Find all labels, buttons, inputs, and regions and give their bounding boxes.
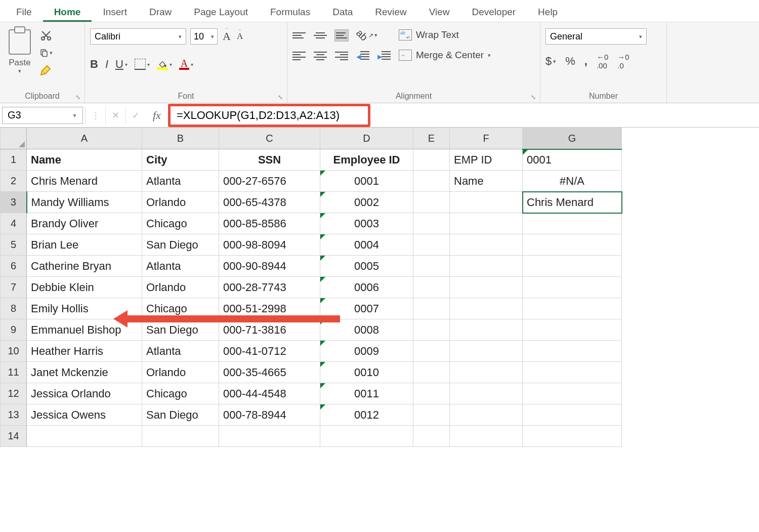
col-header-f[interactable]: F — [450, 128, 523, 149]
row-header[interactable]: 1 — [1, 149, 27, 171]
tab-view[interactable]: View — [418, 2, 461, 22]
cell[interactable]: 000-28-7743 — [219, 277, 320, 298]
cell[interactable]: #N/A — [523, 171, 622, 192]
cell[interactable] — [142, 426, 219, 447]
tab-review[interactable]: Review — [364, 2, 417, 22]
cell[interactable] — [450, 277, 523, 298]
increase-indent-button[interactable]: ▶ — [377, 50, 391, 61]
cell[interactable]: 000-35-4665 — [219, 362, 320, 383]
cell[interactable]: 0006 — [320, 277, 413, 298]
cell[interactable]: 0002 — [320, 192, 413, 213]
tab-developer[interactable]: Developer — [460, 2, 527, 22]
increase-decimal-button[interactable]: ←0.00 — [597, 53, 608, 70]
cell[interactable] — [450, 256, 523, 277]
cell[interactable] — [523, 298, 622, 319]
cut-button[interactable] — [39, 29, 53, 42]
cell[interactable] — [27, 426, 142, 447]
tab-draw[interactable]: Draw — [138, 2, 183, 22]
row-header[interactable]: 7 — [1, 277, 27, 298]
col-header-e[interactable]: E — [413, 128, 450, 149]
cell[interactable] — [413, 256, 450, 277]
tab-insert[interactable]: Insert — [92, 2, 138, 22]
name-box[interactable]: G3▼ — [2, 107, 83, 124]
cell[interactable] — [413, 234, 450, 256]
cell-selected[interactable]: Chris Menard — [523, 192, 622, 213]
copy-button[interactable]: ▾ — [39, 47, 53, 59]
formula-input[interactable]: =XLOOKUP(G1,D2:D13,A2:A13) — [168, 103, 759, 128]
increase-font-size-button[interactable]: Aˆ — [222, 30, 232, 43]
cell[interactable] — [413, 277, 450, 298]
cell[interactable]: 0012 — [320, 404, 413, 426]
cell[interactable]: City — [142, 149, 219, 171]
cell[interactable]: 0004 — [320, 234, 413, 256]
insert-function-button[interactable]: fx — [146, 109, 168, 122]
font-name-dropdown[interactable]: Calibri▾ — [90, 28, 186, 45]
cell[interactable] — [413, 298, 450, 319]
cell[interactable]: Name — [450, 171, 523, 192]
underline-button[interactable]: U▾ — [115, 58, 128, 71]
cell[interactable] — [450, 362, 523, 383]
select-all-button[interactable] — [1, 128, 27, 149]
cell[interactable] — [413, 341, 450, 362]
font-size-dropdown[interactable]: 10▾ — [190, 28, 218, 45]
row-header[interactable]: 8 — [1, 298, 27, 319]
cell[interactable]: 0011 — [320, 383, 413, 404]
cell[interactable] — [450, 426, 523, 447]
decrease-indent-button[interactable]: ◀ — [356, 50, 369, 61]
row-header[interactable]: 14 — [1, 426, 27, 447]
cell[interactable] — [450, 383, 523, 404]
cell[interactable]: 0001 — [523, 149, 622, 171]
cancel-formula-button[interactable]: ✕ — [105, 107, 125, 124]
cell[interactable]: Chicago — [142, 383, 219, 404]
font-color-button[interactable]: A▾ — [179, 59, 193, 70]
cell[interactable]: Debbie Klein — [27, 277, 142, 298]
tab-file[interactable]: File — [5, 2, 43, 22]
cell[interactable]: Atlanta — [142, 256, 219, 277]
row-header[interactable]: 9 — [1, 319, 27, 341]
row-header[interactable]: 11 — [1, 362, 27, 383]
cell[interactable] — [523, 341, 622, 362]
cell[interactable]: San Diego — [142, 404, 219, 426]
fill-color-button[interactable]: ▾ — [157, 59, 172, 70]
row-header[interactable]: 5 — [1, 234, 27, 256]
cell[interactable] — [320, 426, 413, 447]
cell[interactable]: Name — [27, 149, 142, 171]
percent-format-button[interactable]: % — [565, 55, 575, 68]
cell[interactable]: 0003 — [320, 213, 413, 234]
cell[interactable]: San Diego — [142, 234, 219, 256]
cell[interactable] — [413, 213, 450, 234]
cell[interactable] — [413, 426, 450, 447]
cell[interactable]: Chris Menard — [27, 171, 142, 192]
borders-button[interactable]: ▾ — [135, 59, 150, 70]
cell[interactable] — [413, 171, 450, 192]
cell[interactable]: Chicago — [142, 213, 219, 234]
cell[interactable]: 000-85-8586 — [219, 213, 320, 234]
cell[interactable]: 000-27-6576 — [219, 171, 320, 192]
tab-page-layout[interactable]: Page Layout — [183, 2, 259, 22]
cell[interactable] — [523, 404, 622, 426]
col-header-c[interactable]: C — [219, 128, 320, 149]
clipboard-launcher[interactable]: ⤡ — [75, 94, 82, 101]
cell[interactable] — [523, 256, 622, 277]
tab-data[interactable]: Data — [321, 2, 364, 22]
merge-center-button[interactable]: ↔ Merge & Center ▾ — [399, 50, 491, 61]
font-launcher[interactable]: ⤡ — [278, 94, 285, 101]
cell[interactable] — [413, 362, 450, 383]
cell[interactable]: 000-78-8944 — [219, 404, 320, 426]
cell[interactable] — [450, 341, 523, 362]
cell[interactable]: Brandy Oliver — [27, 213, 142, 234]
format-painter-button[interactable] — [39, 64, 53, 76]
cell[interactable] — [413, 192, 450, 213]
number-format-dropdown[interactable]: General▾ — [545, 28, 647, 45]
cell[interactable]: 0005 — [320, 256, 413, 277]
col-header-d[interactable]: D — [320, 128, 413, 149]
cell[interactable]: Atlanta — [142, 171, 219, 192]
cell[interactable] — [523, 383, 622, 404]
decrease-decimal-button[interactable]: →0.0 — [617, 53, 629, 70]
cell[interactable]: Employee ID — [320, 149, 413, 171]
cell[interactable]: Heather Harris — [27, 341, 142, 362]
cell[interactable] — [450, 192, 523, 213]
formula-menu-button[interactable]: ⋮ — [85, 107, 105, 124]
cell[interactable]: Brian Lee — [27, 234, 142, 256]
row-header[interactable]: 13 — [1, 404, 27, 426]
